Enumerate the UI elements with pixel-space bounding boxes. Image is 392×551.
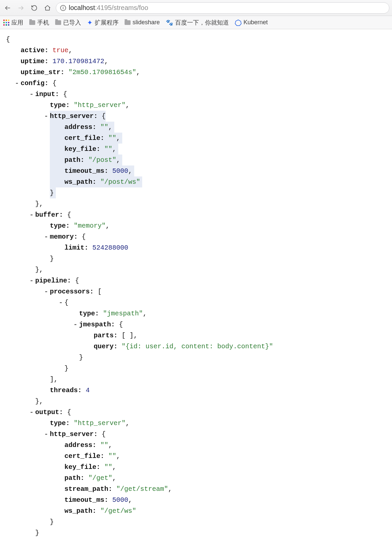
toggle-config[interactable]: - — [15, 78, 19, 89]
kubernetes-icon — [235, 19, 242, 26]
toggle-buffer[interactable]: - — [29, 209, 34, 220]
bookmark-mobile[interactable]: 手机 — [29, 19, 49, 27]
puzzle-icon: ✦ — [87, 19, 93, 27]
bookmark-imported[interactable]: 已导入 — [55, 19, 81, 27]
folder-icon — [29, 20, 35, 25]
folder-icon — [55, 20, 61, 25]
toggle-http-server-out[interactable]: - — [44, 429, 49, 440]
home-button[interactable] — [43, 3, 52, 13]
browser-toolbar: i localhost:4195/streams/foo — [0, 0, 392, 16]
toggle-output[interactable]: - — [29, 407, 34, 418]
toggle-processors[interactable]: - — [44, 286, 49, 297]
bookmark-apps[interactable]: 应用 — [3, 19, 23, 27]
toggle-proc0[interactable]: - — [58, 297, 63, 308]
forward-button[interactable] — [16, 3, 26, 13]
reload-button[interactable] — [29, 3, 39, 13]
site-info-icon[interactable]: i — [60, 5, 66, 11]
toggle-input[interactable]: - — [29, 89, 34, 100]
bookmark-slideshare[interactable]: slideshare — [125, 19, 160, 26]
bookmark-baidu[interactable]: 🐾 百度一下，你就知道 — [166, 19, 229, 27]
folder-icon — [125, 20, 131, 25]
back-button[interactable] — [3, 3, 13, 13]
toggle-jmespath[interactable]: - — [73, 319, 78, 330]
paw-icon: 🐾 — [166, 19, 173, 26]
toggle-memory[interactable]: - — [44, 231, 49, 242]
svg-marker-2 — [235, 20, 241, 25]
url-text: localhost:4195/streams/foo — [69, 4, 148, 12]
apps-icon — [3, 20, 9, 26]
bookmark-extensions[interactable]: ✦ 扩展程序 — [87, 19, 119, 27]
toggle-http-server-in[interactable]: - — [44, 111, 49, 122]
json-viewer: { active: true, uptime: 170.170981472, u… — [0, 29, 392, 551]
address-bar[interactable]: i localhost:4195/streams/foo — [56, 2, 389, 14]
bookmarks-bar: 应用 手机 已导入 ✦ 扩展程序 slideshare 🐾 百度一下，你就知道 … — [0, 16, 392, 29]
toggle-pipeline[interactable]: - — [29, 275, 34, 286]
bookmark-kubernetes[interactable]: Kubernet — [235, 19, 268, 26]
